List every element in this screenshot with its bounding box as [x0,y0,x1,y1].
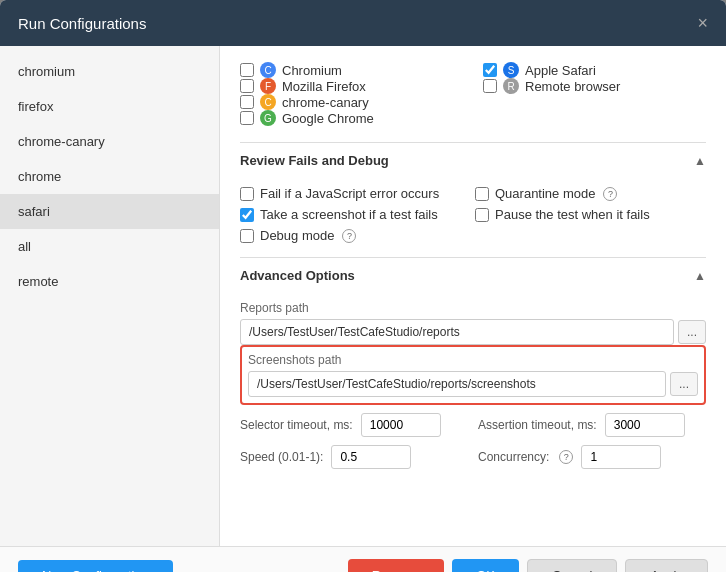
quarantine-label: Quarantine mode [495,186,595,201]
run-configurations-dialog: Run Configurations × chromium firefox ch… [0,0,726,572]
js-error-checkbox[interactable] [240,187,254,201]
main-content: C Chromium F Mozilla Firefox C chrome-ca… [220,46,726,546]
browser-remote-label: Remote browser [525,79,620,94]
option-pause: Pause the test when it fails [475,207,706,222]
footer-left: New Configuration [18,560,173,572]
browser-safari-checkbox[interactable] [483,63,497,77]
screenshots-path-input[interactable] [248,371,666,397]
screenshots-browse-btn[interactable]: ... [670,372,698,396]
browser-firefox-label: Mozilla Firefox [282,79,366,94]
browser-firefox-checkbox[interactable] [240,79,254,93]
browser-canary: C chrome-canary [240,94,463,110]
concurrency-help-icon[interactable]: ? [559,450,573,464]
selector-timeout-group: Selector timeout, ms: [240,413,468,437]
option-js-error: Fail if a JavaScript error occurs [240,186,471,201]
browser-safari: S Apple Safari [483,62,706,78]
advanced-section-header: Advanced Options ▲ [240,257,706,291]
sidebar: chromium firefox chrome-canary chrome sa… [0,46,220,546]
dialog-header: Run Configurations × [0,0,726,46]
quarantine-checkbox[interactable] [475,187,489,201]
assertion-timeout-label: Assertion timeout, ms: [478,418,597,432]
safari-icon: S [503,62,519,78]
option-screenshot: Take a screenshot if a test fails [240,207,471,222]
reports-path-label: Reports path [240,301,706,315]
pause-checkbox[interactable] [475,208,489,222]
debug-help-icon[interactable]: ? [342,229,356,243]
browser-canary-label: chrome-canary [282,95,369,110]
debug-label: Debug mode [260,228,334,243]
advanced-section: Advanced Options ▲ Reports path ... Scre… [240,257,706,469]
timeout-fields: Selector timeout, ms: Assertion timeout,… [240,413,706,437]
concurrency-group: Concurrency: ? [478,445,706,469]
browser-chrome-label: Google Chrome [282,111,374,126]
browsers-grid: C Chromium F Mozilla Firefox C chrome-ca… [240,62,706,126]
firefox-icon: F [260,78,276,94]
js-error-label: Fail if a JavaScript error occurs [260,186,439,201]
browser-safari-label: Apple Safari [525,63,596,78]
review-section-header: Review Fails and Debug ▲ [240,142,706,176]
new-configuration-button[interactable]: New Configuration [18,560,173,572]
screenshot-label: Take a screenshot if a test fails [260,207,438,222]
selector-timeout-label: Selector timeout, ms: [240,418,353,432]
pause-label: Pause the test when it fails [495,207,650,222]
browser-remote: R Remote browser [483,78,706,94]
reports-path-row: ... [240,319,706,345]
close-button[interactable]: × [697,14,708,32]
sidebar-item-remote[interactable]: remote [0,264,219,299]
reports-path-input[interactable] [240,319,674,345]
option-debug: Debug mode ? [240,228,471,243]
chromium-icon: C [260,62,276,78]
sidebar-item-safari[interactable]: safari [0,194,219,229]
reports-browse-btn[interactable]: ... [678,320,706,344]
advanced-collapse-btn[interactable]: ▲ [694,269,706,283]
browser-chromium-label: Chromium [282,63,342,78]
apply-button[interactable]: Apply [625,559,708,572]
debug-checkbox[interactable] [240,229,254,243]
browser-remote-checkbox[interactable] [483,79,497,93]
speed-group: Speed (0.01-1): [240,445,468,469]
review-options: Fail if a JavaScript error occurs Take a… [240,186,706,249]
canary-icon: C [260,94,276,110]
chrome-icon: G [260,110,276,126]
screenshot-checkbox[interactable] [240,208,254,222]
concurrency-input[interactable] [581,445,661,469]
sidebar-item-all[interactable]: all [0,229,219,264]
option-quarantine: Quarantine mode ? [475,186,706,201]
browser-firefox: F Mozilla Firefox [240,78,463,94]
remote-icon: R [503,78,519,94]
cancel-button[interactable]: Cancel [527,559,617,572]
browser-chromium: C Chromium [240,62,463,78]
review-section-title: Review Fails and Debug [240,153,389,168]
footer-right: Remove OK Cancel Apply [348,559,708,572]
speed-fields: Speed (0.01-1): Concurrency: ? [240,445,706,469]
browser-chrome: G Google Chrome [240,110,463,126]
screenshots-path-row: ... [248,371,698,397]
dialog-footer: New Configuration Remove OK Cancel Apply [0,546,726,572]
screenshots-path-highlighted: Screenshots path ... [240,345,706,405]
ok-button[interactable]: OK [452,559,519,572]
browser-canary-checkbox[interactable] [240,95,254,109]
browser-chromium-checkbox[interactable] [240,63,254,77]
review-collapse-btn[interactable]: ▲ [694,154,706,168]
dialog-body: chromium firefox chrome-canary chrome sa… [0,46,726,546]
dialog-title: Run Configurations [18,15,146,32]
screenshots-path-label: Screenshots path [248,353,698,367]
assertion-timeout-group: Assertion timeout, ms: [478,413,706,437]
concurrency-label: Concurrency: [478,450,549,464]
selector-timeout-input[interactable] [361,413,441,437]
remove-button[interactable]: Remove [348,559,444,572]
sidebar-item-chrome-canary[interactable]: chrome-canary [0,124,219,159]
speed-input[interactable] [331,445,411,469]
speed-label: Speed (0.01-1): [240,450,323,464]
sidebar-item-chromium[interactable]: chromium [0,54,219,89]
quarantine-help-icon[interactable]: ? [603,187,617,201]
browser-chrome-checkbox[interactable] [240,111,254,125]
advanced-section-title: Advanced Options [240,268,355,283]
sidebar-item-firefox[interactable]: firefox [0,89,219,124]
sidebar-item-chrome[interactable]: chrome [0,159,219,194]
assertion-timeout-input[interactable] [605,413,685,437]
